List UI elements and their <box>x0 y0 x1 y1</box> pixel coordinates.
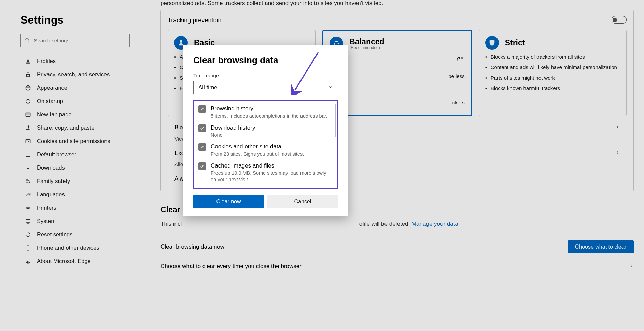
checkbox-checked[interactable] <box>198 105 206 113</box>
cancel-button[interactable]: Cancel <box>267 195 338 208</box>
cookies-item[interactable]: Cookies and other site data From 23 site… <box>198 143 333 158</box>
download-history-item[interactable]: Download history None <box>198 124 333 139</box>
scrollbar-thumb[interactable] <box>335 104 336 137</box>
time-range-label: Time range <box>193 72 338 78</box>
browsing-history-item[interactable]: Browsing history 5 items. Includes autoc… <box>198 105 333 120</box>
checkbox-checked[interactable] <box>198 162 206 170</box>
checkbox-checked[interactable] <box>198 143 206 151</box>
checkbox-checked[interactable] <box>198 124 206 132</box>
data-types-list: Browsing history 5 items. Includes autoc… <box>193 100 338 189</box>
cached-images-item[interactable]: Cached images and files Frees up 10.0 MB… <box>198 162 333 183</box>
clear-now-button[interactable]: Clear now <box>193 195 264 208</box>
clear-browsing-data-dialog: Clear browsing data Time range All time … <box>183 45 348 216</box>
chevron-down-icon <box>328 84 333 91</box>
time-range-select[interactable]: All time <box>193 81 338 94</box>
dialog-title: Clear browsing data <box>193 55 338 66</box>
close-button[interactable] <box>335 51 343 59</box>
